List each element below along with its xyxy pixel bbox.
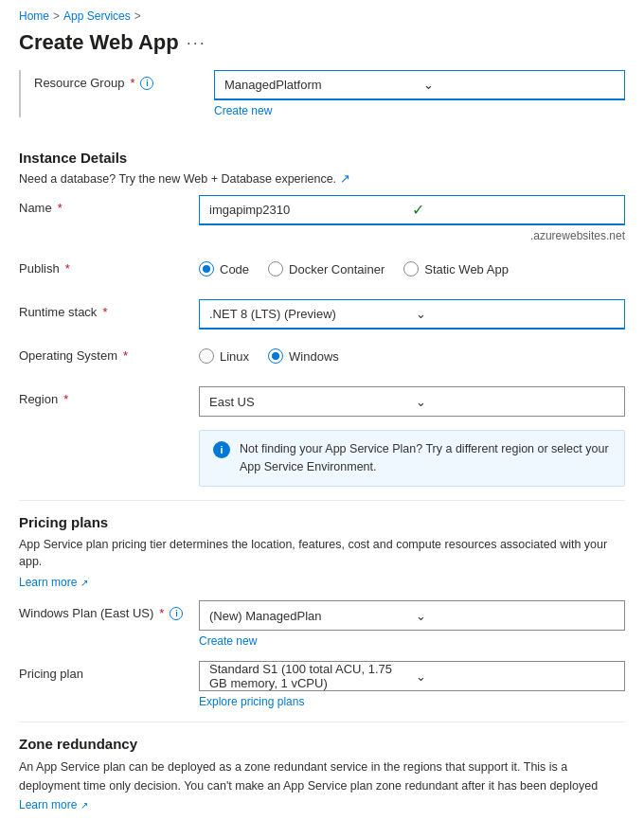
explore-pricing-plans-link[interactable]: Explore pricing plans — [199, 695, 625, 708]
region-label: Region * — [19, 386, 199, 406]
os-linux-radio[interactable] — [199, 348, 214, 364]
publish-code-radio[interactable] — [199, 261, 214, 276]
publish-static-label: Static Web App — [424, 262, 509, 276]
publish-code-option[interactable]: Code — [199, 261, 249, 276]
publish-static-option[interactable]: Static Web App — [403, 261, 509, 276]
runtime-field-row: Runtime stack * .NET 8 (LTS) (Preview) ⌄ — [19, 299, 625, 330]
region-field-row: Region * East US ⌄ — [19, 386, 625, 417]
pricing-plans-header: Pricing plans — [19, 514, 625, 530]
name-field-row: Name * imgapimp2310 ✓ .azurewebsites.net — [19, 195, 625, 242]
windows-plan-arrow-icon: ⌄ — [416, 609, 615, 623]
resource-group-info-icon[interactable]: i — [140, 77, 153, 90]
name-label: Name * — [19, 195, 199, 215]
valid-checkmark-icon: ✓ — [412, 201, 615, 219]
more-options-button[interactable]: ··· — [187, 33, 206, 53]
os-windows-label: Windows — [289, 349, 339, 364]
breadcrumb: Home > App Services > — [0, 0, 644, 27]
os-radio-group: Linux Windows — [199, 343, 625, 364]
zone-learn-more-icon: ↗ — [80, 800, 88, 811]
instance-details-header: Instance Details — [19, 150, 625, 166]
os-control: Linux Windows — [199, 343, 625, 364]
zone-redundancy-section: Zone redundancy An App Service plan can … — [0, 722, 644, 820]
os-windows-option[interactable]: Windows — [268, 348, 339, 364]
info-message: Not finding your App Service Plan? Try a… — [240, 440, 611, 476]
windows-plan-dropdown[interactable]: (New) ManagedPlan ⌄ — [199, 600, 625, 631]
publish-static-radio[interactable] — [403, 261, 419, 276]
dropdown-arrow-icon: ⌄ — [423, 78, 615, 92]
db-notice: Need a database? Try the new Web + Datab… — [19, 171, 625, 186]
pricing-plans-section: Pricing plans App Service plan pricing t… — [0, 501, 644, 709]
publish-radio-group: Code Docker Container Static Web App — [199, 256, 625, 276]
windows-plan-control: (New) ManagedPlan ⌄ Create new — [199, 600, 625, 648]
breadcrumb-app-services[interactable]: App Services — [63, 9, 131, 23]
runtime-dropdown[interactable]: .NET 8 (LTS) (Preview) ⌄ — [199, 299, 625, 330]
zone-redundancy-description: An App Service plan can be deployed as a… — [19, 758, 625, 814]
publish-label: Publish * — [19, 256, 199, 276]
publish-docker-radio[interactable] — [268, 261, 283, 276]
resource-group-bordered: Resource Group * i ManagedPlatform ⌄ Cre… — [19, 70, 625, 117]
windows-plan-create-new[interactable]: Create new — [199, 634, 625, 648]
os-field-row: Operating System * Linux Windows — [19, 343, 625, 373]
publish-docker-option[interactable]: Docker Container — [268, 261, 385, 276]
region-arrow-icon: ⌄ — [416, 395, 615, 409]
windows-plan-label: Windows Plan (East US) * i — [19, 600, 199, 620]
region-control: East US ⌄ — [199, 386, 625, 417]
zone-learn-more-link[interactable]: Learn more — [19, 798, 77, 811]
pricing-learn-more-link[interactable]: Learn more — [19, 576, 77, 589]
publish-field-row: Publish * Code Docker Container Static W… — [19, 256, 625, 286]
runtime-label: Runtime stack * — [19, 299, 199, 319]
runtime-control: .NET 8 (LTS) (Preview) ⌄ — [199, 299, 625, 330]
pricing-plan-label: Pricing plan — [19, 661, 199, 681]
db-link[interactable]: ↗ — [340, 172, 350, 186]
os-label: Operating System * — [19, 343, 199, 363]
pricing-plan-control: Standard S1 (100 total ACU, 1.75 GB memo… — [199, 661, 625, 708]
resource-group-create-new[interactable]: Create new — [214, 104, 625, 117]
windows-plan-field-row: Windows Plan (East US) * i (New) Managed… — [19, 600, 625, 648]
breadcrumb-sep1: > — [53, 9, 60, 23]
breadcrumb-home[interactable]: Home — [19, 9, 49, 23]
page-title-row: Create Web App ··· — [0, 27, 644, 70]
pricing-plan-field-row: Pricing plan Standard S1 (100 total ACU,… — [19, 661, 625, 708]
zone-redundancy-header: Zone redundancy — [19, 736, 625, 752]
resource-group-control: ManagedPlatform ⌄ Create new — [214, 70, 625, 117]
info-box-container: i Not finding your App Service Plan? Try… — [19, 430, 625, 487]
pricing-learn-more-row: Learn more ↗ — [19, 575, 625, 589]
name-suffix: .azurewebsites.net — [199, 229, 625, 242]
publish-code-label: Code — [220, 262, 249, 276]
pricing-description: App Service plan pricing tier determines… — [19, 536, 625, 572]
info-circle-icon: i — [213, 441, 230, 458]
resource-group-label: Resource Group * i — [34, 70, 214, 90]
instance-details-section: Instance Details Need a database? Try th… — [0, 140, 644, 487]
resource-group-dropdown[interactable]: ManagedPlatform ⌄ — [214, 70, 625, 100]
runtime-arrow-icon: ⌄ — [416, 307, 615, 321]
pricing-learn-more-icon: ↗ — [80, 578, 88, 588]
publish-docker-label: Docker Container — [289, 262, 385, 276]
name-control: imgapimp2310 ✓ .azurewebsites.net — [199, 195, 625, 242]
resource-group-section: Resource Group * i ManagedPlatform ⌄ Cre… — [0, 70, 644, 140]
app-service-info-box: i Not finding your App Service Plan? Try… — [199, 430, 625, 487]
name-input[interactable]: imgapimp2310 ✓ — [199, 195, 625, 225]
os-linux-label: Linux — [220, 349, 249, 364]
os-linux-option[interactable]: Linux — [199, 348, 249, 364]
resource-group-field: Resource Group * i ManagedPlatform ⌄ Cre… — [34, 70, 625, 117]
region-dropdown[interactable]: East US ⌄ — [199, 386, 625, 417]
publish-control: Code Docker Container Static Web App — [199, 256, 625, 276]
windows-plan-info-icon[interactable]: i — [170, 607, 183, 620]
pricing-plan-dropdown[interactable]: Standard S1 (100 total ACU, 1.75 GB memo… — [199, 661, 625, 691]
pricing-plan-arrow-icon: ⌄ — [416, 669, 615, 684]
page-title: Create Web App — [19, 30, 179, 55]
breadcrumb-sep2: > — [134, 9, 141, 23]
os-windows-radio[interactable] — [268, 348, 283, 364]
